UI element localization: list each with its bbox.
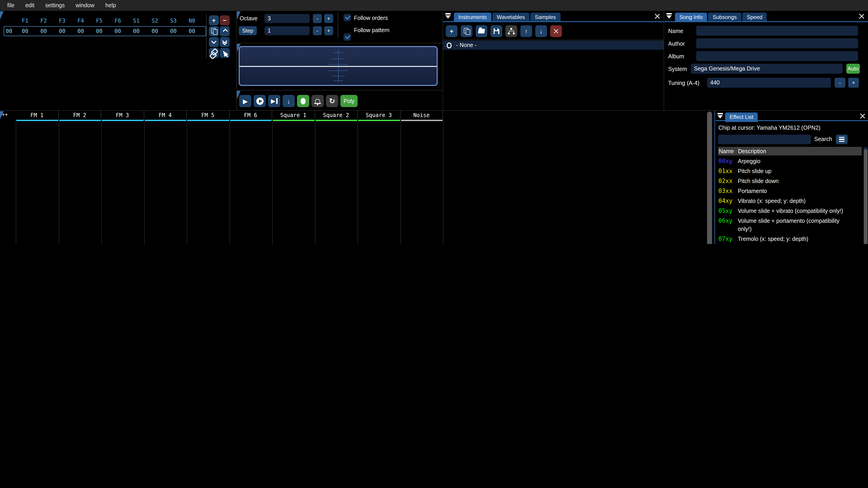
effect-row-06xy[interactable]: 06xyVolume slide + portamento (compatibi…	[718, 217, 863, 233]
effect-list-scrollbar-thumb[interactable]	[864, 149, 867, 244]
effect-header-description: Description	[738, 148, 766, 154]
oscilloscope[interactable]	[239, 46, 438, 86]
channel-header-fm-2[interactable]: FM 2	[59, 111, 101, 119]
toggle-folders-button[interactable]	[505, 25, 517, 37]
tab-speed[interactable]: Speed	[742, 13, 767, 22]
tuning-decrease-button[interactable]: -	[835, 78, 845, 88]
system-auto-button[interactable]: Auto	[846, 64, 860, 74]
song-author-input[interactable]	[696, 38, 858, 48]
order-value-S2[interactable]: 00	[146, 28, 164, 34]
mouse-pointer-icon	[221, 49, 228, 57]
tab-subsongs[interactable]: Subsongs	[708, 13, 741, 22]
play-from-beginning-button[interactable]	[254, 95, 266, 107]
order-value-F5[interactable]: 00	[90, 28, 108, 34]
pattern-vertical-scrollbar[interactable]	[707, 111, 712, 244]
song-album-input[interactable]	[696, 51, 858, 61]
octave-decrease-button[interactable]: -	[313, 14, 322, 23]
play-button[interactable]: ▶	[239, 95, 251, 107]
effect-search-input[interactable]	[718, 135, 811, 144]
effect-row-00xy[interactable]: 00xyArpeggio	[718, 157, 863, 165]
octave-increase-button[interactable]: +	[324, 14, 333, 23]
divider	[714, 111, 715, 244]
move-instrument-down-button[interactable]: ↓	[535, 25, 547, 37]
record-button[interactable]	[297, 95, 309, 107]
poly-mono-button[interactable]: Poly	[340, 95, 358, 107]
step-one-row-button[interactable]: ↓	[283, 95, 295, 107]
effect-row-01xx[interactable]: 01xxPitch slide up	[718, 167, 863, 175]
pattern-corner-button[interactable]: ++	[2, 111, 8, 118]
channel-header-noise[interactable]: Noise	[400, 111, 443, 119]
remove-order-button[interactable]: −	[220, 15, 230, 25]
step-decrease-button[interactable]: -	[313, 26, 322, 35]
effect-list-menu-button[interactable]	[836, 135, 848, 144]
step-input[interactable]: 1	[265, 26, 310, 35]
save-instrument-button[interactable]	[491, 25, 502, 37]
effect-row-07xy[interactable]: 07xyTremolo (x: speed; y: depth)	[718, 235, 863, 243]
channel-header-fm-3[interactable]: FM 3	[101, 111, 144, 119]
channel-header-square-3[interactable]: Square 3	[358, 111, 400, 119]
menu-item-settings[interactable]: settings	[40, 0, 70, 11]
menu-item-file[interactable]: file	[2, 0, 20, 11]
effect-row-02xx[interactable]: 02xxPitch slide down	[718, 177, 863, 185]
tab-song-info[interactable]: Song Info	[675, 13, 707, 22]
channel-header-square-2[interactable]: Square 2	[315, 111, 358, 119]
move-instrument-up-button[interactable]: ↑	[520, 25, 532, 37]
divider	[206, 13, 207, 59]
tab-wavetables[interactable]: Wavetables	[492, 13, 529, 22]
instrument-list-item[interactable]: - None -	[443, 41, 664, 50]
effect-row-03xx[interactable]: 03xxPortamento	[718, 187, 863, 195]
channel-header-fm-4[interactable]: FM 4	[144, 111, 187, 119]
metronome-button[interactable]	[311, 95, 324, 107]
channel-header-fm-1[interactable]: FM 1	[16, 111, 59, 119]
tuning-input[interactable]: 440	[707, 78, 831, 88]
duplicate-instrument-button[interactable]	[461, 25, 472, 37]
order-edit-mode-button[interactable]	[220, 48, 230, 58]
step-increase-button[interactable]: +	[324, 26, 333, 35]
order-value-F6[interactable]: 00	[108, 28, 127, 34]
order-value-S3[interactable]: 00	[164, 28, 183, 34]
follow-pattern-checkbox[interactable]	[344, 33, 351, 41]
step-mode-button[interactable]: Step	[239, 26, 257, 35]
menu-item-window[interactable]: window	[70, 0, 100, 11]
channel-header-square-1[interactable]: Square 1	[272, 111, 315, 119]
effect-list-scrollbar-track[interactable]	[864, 147, 868, 244]
tuning-increase-button[interactable]: +	[848, 78, 859, 88]
song-name-input[interactable]	[696, 26, 858, 36]
play-one-row-button[interactable]: ▶	[268, 95, 280, 107]
tab-instruments[interactable]: Instruments	[454, 13, 491, 22]
add-instrument-button[interactable]: +	[446, 25, 458, 37]
effect-row-05xy[interactable]: 05xyVolume slide + vibrato (compatibilit…	[718, 207, 863, 215]
order-value-S1[interactable]: 00	[127, 28, 146, 34]
add-order-button[interactable]: +	[209, 15, 219, 25]
menu-bar: fileeditsettingswindowhelp	[0, 0, 868, 11]
follow-orders-checkbox[interactable]	[344, 14, 351, 21]
tab-underline	[716, 120, 868, 121]
delete-instrument-button[interactable]	[550, 25, 562, 37]
channel-separator	[400, 121, 401, 244]
divider	[237, 43, 442, 43]
step-play-icon: ▶	[271, 98, 278, 104]
open-instrument-button[interactable]	[475, 25, 487, 37]
menu-item-help[interactable]: help	[100, 0, 121, 11]
duplicate-order-to-end-button[interactable]	[220, 37, 230, 47]
effect-row-04xy[interactable]: 04xyVibrato (x: speed; y: depth)	[718, 197, 863, 205]
repeat-pattern-button[interactable]: ↻	[326, 95, 338, 107]
order-value-N0[interactable]: 00	[183, 28, 201, 34]
order-row-index[interactable]: 00	[3, 28, 16, 34]
effect-description: Volume slide + vibrato (compatibility on…	[738, 207, 855, 215]
channel-header-fm-5[interactable]: FM 5	[187, 111, 229, 119]
duplicate-order-button[interactable]	[209, 26, 219, 36]
channel-header-fm-6[interactable]: FM 6	[229, 111, 272, 119]
move-order-up-button[interactable]	[220, 26, 230, 36]
order-value-F2[interactable]: 00	[34, 28, 53, 34]
move-order-down-button[interactable]	[209, 37, 219, 47]
song-system-input[interactable]: Sega Genesis/Mega Drive	[691, 64, 843, 74]
effect-table-header[interactable]: Name Description	[718, 147, 862, 156]
change-all-orders-button[interactable]	[209, 48, 219, 58]
menu-item-edit[interactable]: edit	[20, 0, 40, 11]
tab-samples[interactable]: Samples	[530, 13, 560, 22]
octave-input[interactable]: 3	[265, 14, 310, 23]
order-value-F1[interactable]: 00	[16, 28, 34, 34]
order-value-F3[interactable]: 00	[53, 28, 71, 34]
order-value-F4[interactable]: 00	[71, 28, 90, 34]
